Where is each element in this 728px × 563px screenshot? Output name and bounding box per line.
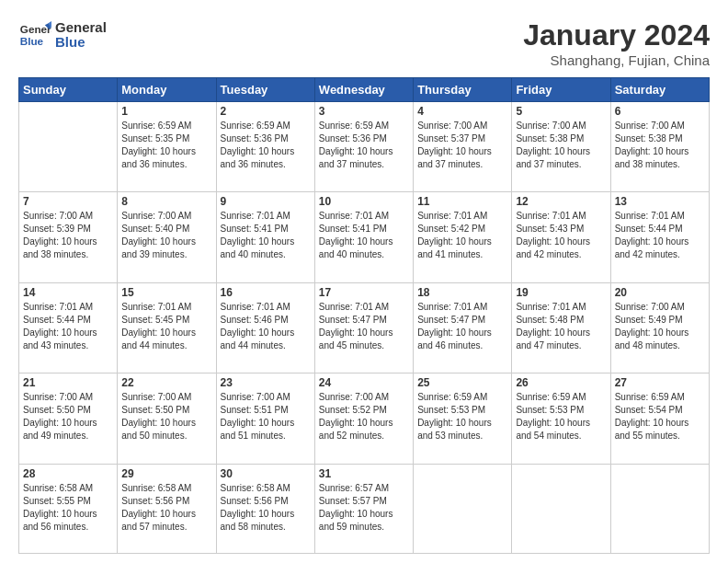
day-info: Sunrise: 6:59 AM Sunset: 5:54 PM Dayligh… <box>615 391 705 442</box>
day-info: Sunrise: 7:00 AM Sunset: 5:49 PM Dayligh… <box>615 301 705 352</box>
day-info: Sunrise: 7:00 AM Sunset: 5:39 PM Dayligh… <box>23 210 113 261</box>
weekday-header-tuesday: Tuesday <box>216 78 314 102</box>
weekday-header-monday: Monday <box>118 78 216 102</box>
day-number: 21 <box>23 376 113 389</box>
day-info: Sunrise: 7:01 AM Sunset: 5:42 PM Dayligh… <box>417 210 507 261</box>
day-info: Sunrise: 7:01 AM Sunset: 5:44 PM Dayligh… <box>615 210 705 261</box>
month-title: January 2024 <box>523 18 710 52</box>
calendar-table: SundayMondayTuesdayWednesdayThursdayFrid… <box>18 77 710 554</box>
day-info: Sunrise: 6:59 AM Sunset: 5:35 PM Dayligh… <box>121 120 211 171</box>
day-number: 26 <box>516 376 606 389</box>
day-number: 1 <box>121 105 211 118</box>
calendar-cell-1-5: 4Sunrise: 7:00 AM Sunset: 5:37 PM Daylig… <box>414 102 512 192</box>
calendar-cell-3-4: 17Sunrise: 7:01 AM Sunset: 5:47 PM Dayli… <box>314 282 413 373</box>
day-number: 13 <box>615 195 705 208</box>
weekday-header-friday: Friday <box>512 78 610 102</box>
logo-general-text: General <box>55 20 107 36</box>
weekday-header-thursday: Thursday <box>414 78 512 102</box>
day-number: 9 <box>221 195 311 208</box>
day-number: 5 <box>516 105 606 118</box>
day-info: Sunrise: 7:01 AM Sunset: 5:44 PM Dayligh… <box>23 301 113 352</box>
day-number: 16 <box>221 286 311 299</box>
calendar-cell-5-1: 28Sunrise: 6:58 AM Sunset: 5:55 PM Dayli… <box>19 464 118 553</box>
calendar-cell-4-4: 24Sunrise: 7:00 AM Sunset: 5:52 PM Dayli… <box>314 373 413 464</box>
calendar-cell-1-1 <box>19 102 118 192</box>
day-number: 22 <box>121 376 211 389</box>
calendar-cell-5-6 <box>512 464 610 553</box>
day-info: Sunrise: 7:00 AM Sunset: 5:37 PM Dayligh… <box>417 120 507 171</box>
day-info: Sunrise: 7:00 AM Sunset: 5:52 PM Dayligh… <box>319 391 409 442</box>
calendar-cell-2-6: 12Sunrise: 7:01 AM Sunset: 5:43 PM Dayli… <box>512 192 610 282</box>
calendar-cell-4-1: 21Sunrise: 7:00 AM Sunset: 5:50 PM Dayli… <box>19 373 118 464</box>
day-info: Sunrise: 7:01 AM Sunset: 5:41 PM Dayligh… <box>319 210 409 261</box>
day-number: 27 <box>615 376 705 389</box>
day-info: Sunrise: 7:01 AM Sunset: 5:43 PM Dayligh… <box>516 210 606 261</box>
calendar-week-row-5: 28Sunrise: 6:58 AM Sunset: 5:55 PM Dayli… <box>19 464 710 553</box>
weekday-header-sunday: Sunday <box>19 78 118 102</box>
calendar-cell-5-3: 30Sunrise: 6:58 AM Sunset: 5:56 PM Dayli… <box>216 464 314 553</box>
calendar-cell-1-4: 3Sunrise: 6:59 AM Sunset: 5:36 PM Daylig… <box>314 102 413 192</box>
day-info: Sunrise: 7:01 AM Sunset: 5:47 PM Dayligh… <box>319 301 409 352</box>
calendar-cell-4-7: 27Sunrise: 6:59 AM Sunset: 5:54 PM Dayli… <box>610 373 709 464</box>
calendar-cell-1-7: 6Sunrise: 7:00 AM Sunset: 5:38 PM Daylig… <box>610 102 709 192</box>
calendar-cell-4-6: 26Sunrise: 6:59 AM Sunset: 5:53 PM Dayli… <box>512 373 610 464</box>
svg-text:Blue: Blue <box>20 35 44 47</box>
weekday-header-saturday: Saturday <box>610 78 709 102</box>
day-info: Sunrise: 7:01 AM Sunset: 5:46 PM Dayligh… <box>221 301 311 352</box>
day-info: Sunrise: 7:00 AM Sunset: 5:50 PM Dayligh… <box>121 391 211 442</box>
day-number: 2 <box>221 105 311 118</box>
day-number: 18 <box>417 286 507 299</box>
day-number: 25 <box>417 376 507 389</box>
day-info: Sunrise: 7:00 AM Sunset: 5:40 PM Dayligh… <box>121 210 211 261</box>
day-number: 14 <box>23 286 113 299</box>
day-info: Sunrise: 6:59 AM Sunset: 5:36 PM Dayligh… <box>221 120 311 171</box>
calendar-cell-4-5: 25Sunrise: 6:59 AM Sunset: 5:53 PM Dayli… <box>414 373 512 464</box>
header: General Blue General Blue January 2024 S… <box>18 18 710 68</box>
day-number: 28 <box>23 467 113 480</box>
day-info: Sunrise: 7:01 AM Sunset: 5:47 PM Dayligh… <box>417 301 507 352</box>
calendar-cell-3-2: 15Sunrise: 7:01 AM Sunset: 5:45 PM Dayli… <box>118 282 216 373</box>
day-info: Sunrise: 6:58 AM Sunset: 5:56 PM Dayligh… <box>121 482 211 534</box>
day-info: Sunrise: 6:58 AM Sunset: 5:55 PM Dayligh… <box>23 482 113 534</box>
calendar-cell-1-6: 5Sunrise: 7:00 AM Sunset: 5:38 PM Daylig… <box>512 102 610 192</box>
day-number: 6 <box>615 105 705 118</box>
calendar-cell-4-3: 23Sunrise: 7:00 AM Sunset: 5:51 PM Dayli… <box>216 373 314 464</box>
calendar-cell-2-5: 11Sunrise: 7:01 AM Sunset: 5:42 PM Dayli… <box>414 192 512 282</box>
weekday-header-wednesday: Wednesday <box>314 78 413 102</box>
title-block: January 2024 Shanghang, Fujian, China <box>523 18 710 68</box>
calendar-cell-5-2: 29Sunrise: 6:58 AM Sunset: 5:56 PM Dayli… <box>118 464 216 553</box>
day-number: 24 <box>319 376 409 389</box>
day-number: 19 <box>516 286 606 299</box>
calendar-cell-3-1: 14Sunrise: 7:01 AM Sunset: 5:44 PM Dayli… <box>19 282 118 373</box>
calendar-cell-2-7: 13Sunrise: 7:01 AM Sunset: 5:44 PM Dayli… <box>610 192 709 282</box>
day-number: 23 <box>221 376 311 389</box>
calendar-week-row-2: 7Sunrise: 7:00 AM Sunset: 5:39 PM Daylig… <box>19 192 710 282</box>
calendar-cell-2-2: 8Sunrise: 7:00 AM Sunset: 5:40 PM Daylig… <box>118 192 216 282</box>
day-number: 12 <box>516 195 606 208</box>
day-number: 20 <box>615 286 705 299</box>
day-number: 4 <box>417 105 507 118</box>
day-number: 15 <box>121 286 211 299</box>
logo: General Blue General Blue <box>18 18 107 52</box>
calendar-cell-4-2: 22Sunrise: 7:00 AM Sunset: 5:50 PM Dayli… <box>118 373 216 464</box>
logo-icon: General Blue <box>18 18 51 52</box>
day-number: 31 <box>319 467 409 480</box>
calendar-cell-3-3: 16Sunrise: 7:01 AM Sunset: 5:46 PM Dayli… <box>216 282 314 373</box>
calendar-week-row-4: 21Sunrise: 7:00 AM Sunset: 5:50 PM Dayli… <box>19 373 710 464</box>
day-info: Sunrise: 7:00 AM Sunset: 5:38 PM Dayligh… <box>615 120 705 171</box>
day-number: 3 <box>319 105 409 118</box>
calendar-cell-3-5: 18Sunrise: 7:01 AM Sunset: 5:47 PM Dayli… <box>414 282 512 373</box>
day-info: Sunrise: 6:57 AM Sunset: 5:57 PM Dayligh… <box>319 482 409 534</box>
calendar-cell-2-4: 10Sunrise: 7:01 AM Sunset: 5:41 PM Dayli… <box>314 192 413 282</box>
day-number: 8 <box>121 195 211 208</box>
calendar-cell-2-1: 7Sunrise: 7:00 AM Sunset: 5:39 PM Daylig… <box>19 192 118 282</box>
calendar-cell-3-6: 19Sunrise: 7:01 AM Sunset: 5:48 PM Dayli… <box>512 282 610 373</box>
calendar-cell-5-7 <box>610 464 709 553</box>
calendar-week-row-1: 1Sunrise: 6:59 AM Sunset: 5:35 PM Daylig… <box>19 102 710 192</box>
calendar-cell-2-3: 9Sunrise: 7:01 AM Sunset: 5:41 PM Daylig… <box>216 192 314 282</box>
day-info: Sunrise: 7:01 AM Sunset: 5:48 PM Dayligh… <box>516 301 606 352</box>
day-info: Sunrise: 7:01 AM Sunset: 5:41 PM Dayligh… <box>221 210 311 261</box>
logo-blue-text: Blue <box>55 35 107 51</box>
day-info: Sunrise: 6:59 AM Sunset: 5:53 PM Dayligh… <box>417 391 507 442</box>
day-info: Sunrise: 6:58 AM Sunset: 5:56 PM Dayligh… <box>221 482 311 534</box>
